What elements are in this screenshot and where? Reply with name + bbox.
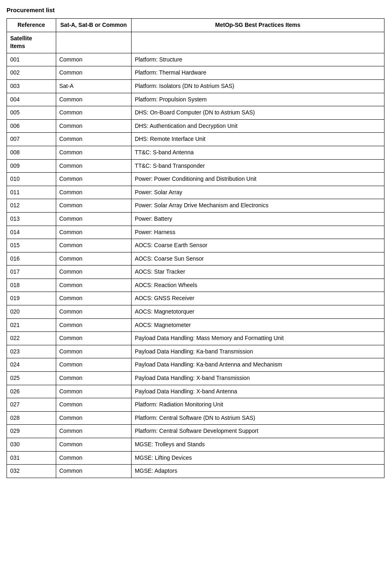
cell-item: Payload Data Handling: Ka-band Antenna a… <box>131 358 384 372</box>
procurement-table: Reference Sat-A, Sat-B or Common MetOp-S… <box>7 18 384 478</box>
cell-sat: Common <box>56 186 131 199</box>
table-row: 019CommonAOCS: GNSS Receiver <box>7 292 384 305</box>
table-row: 004CommonPlatform: Propulsion System <box>7 93 384 106</box>
cell-sat: Sat-A <box>56 79 131 93</box>
table-row: 013CommonPower: Battery <box>7 212 384 226</box>
table-row: 021CommonAOCS: Magnetometer <box>7 318 384 332</box>
table-row: 018CommonAOCS: Reaction Wheels <box>7 279 384 292</box>
table-row: 032CommonMGSE: Adaptors <box>7 465 384 478</box>
cell-item: AOCS: Magnetotorquer <box>131 305 384 319</box>
cell-sat: Common <box>56 332 131 345</box>
cell-reference: 006 <box>7 119 56 133</box>
cell-item: Platform: Isolators (DN to Astrium SAS) <box>131 79 384 93</box>
table-row: 027CommonPlatform: Radiation Monitoring … <box>7 398 384 412</box>
cell-reference: 024 <box>7 358 56 372</box>
cell-sat: Common <box>56 212 131 226</box>
table-row: 025CommonPayload Data Handling: X-band T… <box>7 372 384 385</box>
cell-item: MGSE: Trolleys and Stands <box>131 438 384 452</box>
cell-reference: 032 <box>7 465 56 478</box>
table-row: 002CommonPlatform: Thermal Hardware <box>7 66 384 80</box>
cell-reference: 002 <box>7 66 56 80</box>
cell-sat: Common <box>56 239 131 252</box>
cell-sat: Common <box>56 438 131 452</box>
cell-sat: Common <box>56 146 131 159</box>
table-row: 009CommonTT&C: S-band Transponder <box>7 159 384 173</box>
section-satellite-items: SatelliteItems <box>7 32 384 53</box>
cell-sat: Common <box>56 119 131 133</box>
table-row: 016CommonAOCS: Coarse Sun Sensor <box>7 252 384 265</box>
cell-reference: 008 <box>7 146 56 159</box>
cell-item: MGSE: Lifting Devices <box>131 451 384 465</box>
table-row: 001CommonPlatform: Structure <box>7 53 384 66</box>
header-sat: Sat-A, Sat-B or Common <box>56 19 131 32</box>
table-row: 020CommonAOCS: Magnetotorquer <box>7 305 384 319</box>
cell-sat: Common <box>56 279 131 292</box>
cell-sat: Common <box>56 252 131 265</box>
table-row: 031CommonMGSE: Lifting Devices <box>7 451 384 465</box>
header-reference: Reference <box>7 19 56 32</box>
cell-reference: 010 <box>7 173 56 186</box>
cell-reference: 014 <box>7 226 56 239</box>
cell-sat: Common <box>56 305 131 319</box>
cell-sat: Common <box>56 465 131 478</box>
header-item: MetOp-SG Best Practices Items <box>131 19 384 32</box>
cell-item: Power: Battery <box>131 212 384 226</box>
cell-item: Platform: Thermal Hardware <box>131 66 384 80</box>
cell-reference: 022 <box>7 332 56 345</box>
cell-reference: 026 <box>7 385 56 398</box>
cell-item: AOCS: Magnetometer <box>131 318 384 332</box>
table-row: 024CommonPayload Data Handling: Ka-band … <box>7 358 384 372</box>
cell-reference: 031 <box>7 451 56 465</box>
section-label: SatelliteItems <box>7 32 56 53</box>
cell-sat: Common <box>56 358 131 372</box>
table-row: 029CommonPlatform: Central Software Deve… <box>7 425 384 438</box>
table-row: 011CommonPower: Solar Array <box>7 186 384 199</box>
cell-item: Power: Solar Array <box>131 186 384 199</box>
cell-sat: Common <box>56 372 131 385</box>
cell-reference: 015 <box>7 239 56 252</box>
cell-sat: Common <box>56 173 131 186</box>
cell-sat: Common <box>56 265 131 279</box>
cell-item: Payload Data Handling: Ka-band Transmiss… <box>131 345 384 358</box>
cell-reference: 016 <box>7 252 56 265</box>
cell-reference: 001 <box>7 53 56 66</box>
table-row: 017CommonAOCS: Star Tracker <box>7 265 384 279</box>
table-row: 005CommonDHS: On-Board Computer (DN to A… <box>7 106 384 120</box>
cell-item: Power: Harness <box>131 226 384 239</box>
table-row: 007CommonDHS: Remote Interface Unit <box>7 133 384 146</box>
cell-item: Platform: Central Software Development S… <box>131 425 384 438</box>
cell-item: AOCS: Star Tracker <box>131 265 384 279</box>
cell-reference: 019 <box>7 292 56 305</box>
table-row: 008CommonTT&C: S-band Antenna <box>7 146 384 159</box>
cell-reference: 011 <box>7 186 56 199</box>
cell-item: TT&C: S-band Transponder <box>131 159 384 173</box>
cell-reference: 023 <box>7 345 56 358</box>
cell-sat: Common <box>56 93 131 106</box>
cell-sat: Common <box>56 199 131 213</box>
cell-item: Platform: Central Software (DN to Astriu… <box>131 411 384 425</box>
cell-sat: Common <box>56 425 131 438</box>
table-row: 023CommonPayload Data Handling: Ka-band … <box>7 345 384 358</box>
cell-sat: Common <box>56 66 131 80</box>
cell-reference: 020 <box>7 305 56 319</box>
cell-sat: Common <box>56 345 131 358</box>
cell-reference: 028 <box>7 411 56 425</box>
cell-reference: 013 <box>7 212 56 226</box>
cell-reference: 012 <box>7 199 56 213</box>
cell-item: AOCS: Reaction Wheels <box>131 279 384 292</box>
cell-sat: Common <box>56 411 131 425</box>
cell-sat: Common <box>56 318 131 332</box>
cell-item: Payload Data Handling: X-band Transmissi… <box>131 372 384 385</box>
cell-sat: Common <box>56 53 131 66</box>
cell-item: AOCS: Coarse Earth Sensor <box>131 239 384 252</box>
cell-reference: 005 <box>7 106 56 120</box>
table-row: 012CommonPower: Solar Array Drive Mechan… <box>7 199 384 213</box>
cell-item: DHS: Remote Interface Unit <box>131 133 384 146</box>
cell-item: Platform: Radiation Monitoring Unit <box>131 398 384 412</box>
cell-reference: 007 <box>7 133 56 146</box>
cell-item: AOCS: Coarse Sun Sensor <box>131 252 384 265</box>
table-row: 015CommonAOCS: Coarse Earth Sensor <box>7 239 384 252</box>
cell-sat: Common <box>56 133 131 146</box>
table-row: 026CommonPayload Data Handling: X-band A… <box>7 385 384 398</box>
cell-item: Power: Power Conditioning and Distributi… <box>131 173 384 186</box>
